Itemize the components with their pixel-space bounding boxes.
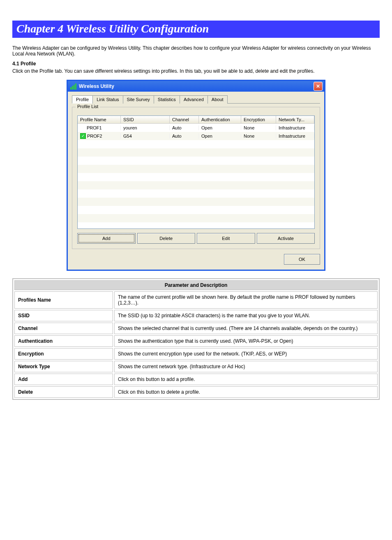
checkmark-icon: ✓ [80,133,86,139]
cell-encryption: None [241,125,276,130]
desc-text: Shows the current encryption type used f… [114,348,378,360]
desc-param: Channel [14,323,113,334]
listview-header: Profile Name SSID Channel Authentication… [78,116,314,124]
cell-ssid: youren [121,125,170,130]
tab-about[interactable]: About [208,95,228,104]
col-network-type[interactable]: Network Ty... [276,116,314,123]
cell-channel: Auto [170,134,199,138]
section-title: 4.1 Profile [12,61,380,67]
desc-table-header: Parameter and Description [14,280,378,290]
tab-statistics[interactable]: Statistics [154,95,180,104]
section-text: Click on the Profile tab. You can save d… [12,68,380,74]
col-auth[interactable]: Authentication [199,116,241,123]
delete-button[interactable]: Delete [137,233,196,244]
profile-list-group: Profile List Profile Name SSID Channel A… [72,107,320,249]
desc-param: Network Type [14,361,113,372]
activate-button[interactable]: Activate [257,233,315,244]
desc-param: Encryption [14,348,113,360]
desc-param: Add [14,374,113,385]
desc-text: Shows the selected channel that is curre… [114,323,378,334]
desc-text: Shows the current network type. (Infrast… [114,361,378,372]
window-title: Wireless Utility [79,83,114,89]
desc-text: Click on this button to add a profile. [114,374,378,385]
desc-text: The name of the current profile will be … [114,291,378,309]
tab-link-status[interactable]: Link Status [92,95,123,104]
cell-auth: Open [199,125,241,130]
desc-param: Delete [14,386,113,398]
chapter-heading: Chapter 4 Wireless Utility Configuration [16,22,209,35]
tabstrip: Profile Link Status Site Survey Statisti… [72,95,320,104]
tab-site-survey[interactable]: Site Survey [123,95,154,104]
col-channel[interactable]: Channel [170,116,199,123]
col-encryption[interactable]: Encryption [241,116,276,123]
groupbox-legend: Profile List [76,104,100,109]
col-ssid[interactable]: SSID [121,116,170,123]
ok-button[interactable]: OK [284,254,320,265]
desc-text: Shows the authentication type that is cu… [114,335,378,347]
desc-param: Authentication [14,335,113,347]
titlebar: Wireless Utility ✕ [68,81,324,92]
cell-network-type: Infrastructure [276,125,314,130]
cell-auth: Open [199,134,241,138]
profile-listview[interactable]: Profile Name SSID Channel Authentication… [77,115,315,229]
desc-param: SSID [14,310,113,321]
edit-button[interactable]: Edit [197,233,255,244]
cell-network-type: Infrastructure [276,134,314,138]
desc-text: Click on this button to delete a profile… [114,386,378,398]
desc-param: Profiles Name [14,291,113,309]
cell-encryption: None [241,134,276,138]
add-button[interactable]: Add [77,233,136,244]
tab-advanced[interactable]: Advanced [180,95,208,104]
cell-ssid: G54 [121,134,170,138]
chapter-heading-bar: Chapter 4 Wireless Utility Configuration [12,21,380,38]
col-profile-name[interactable]: Profile Name [78,116,121,123]
cell-profile-name: PROF2 [87,134,102,138]
signal-icon [70,83,77,90]
table-row[interactable]: ✓PROF2 G54 Auto Open None Infrastructure [78,132,314,140]
cell-channel: Auto [170,125,199,130]
table-row[interactable]: PROF1 youren Auto Open None Infrastructu… [78,124,314,132]
description-table: Parameter and Description Profiles NameT… [12,278,380,400]
tab-profile[interactable]: Profile [72,95,93,104]
cell-profile-name: PROF1 [87,125,102,130]
desc-text: The SSID (up to 32 printable ASCII chara… [114,310,378,321]
intro-text: The Wireless Adapter can be configured b… [12,45,380,57]
close-icon[interactable]: ✕ [314,82,323,91]
wireless-utility-window: Wireless Utility ✕ Profile Link Status S… [67,80,325,271]
